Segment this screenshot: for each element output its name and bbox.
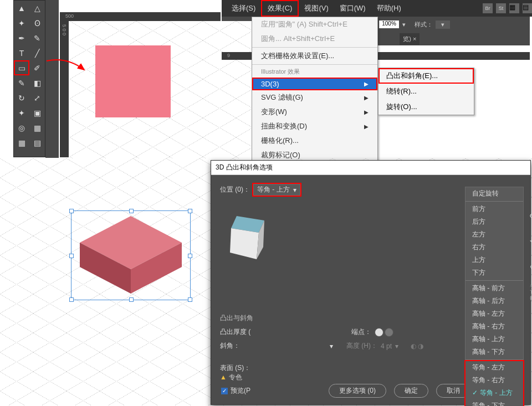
ext-icon-st[interactable]: St bbox=[496, 3, 506, 13]
preview-checkbox[interactable]: ✓预览(P bbox=[221, 386, 250, 395]
pos-off-back[interactable]: 高轴 - 后方 bbox=[466, 295, 523, 307]
tool-selection[interactable]: ▲ bbox=[14, 1, 29, 16]
tool-mesh[interactable]: ▦ bbox=[14, 135, 29, 150]
handle[interactable] bbox=[188, 297, 192, 302]
pos-iso-left[interactable]: 等角 - 左方 bbox=[466, 361, 523, 374]
position-value: 等角 - 上方 bbox=[257, 185, 290, 194]
preview-label: 预览(P bbox=[231, 386, 250, 395]
svg-marker-4 bbox=[230, 228, 259, 259]
pos-iso-bottom[interactable]: 等角 - 下方 bbox=[466, 399, 523, 406]
pos-left[interactable]: 左方 bbox=[466, 228, 523, 241]
bounding-box bbox=[71, 210, 191, 300]
tool-perspective[interactable]: ▦ bbox=[29, 120, 45, 135]
menu-select[interactable]: 选择(S) bbox=[226, 1, 261, 16]
opacity-value[interactable]: 100% bbox=[379, 20, 399, 28]
pos-iso-right[interactable]: 等角 - 右方 bbox=[466, 374, 523, 387]
ruler-tick-v: 5 0 0 bbox=[62, 24, 67, 35]
submenu-extrude-bevel[interactable]: 凸出和斜角(E)... bbox=[378, 68, 474, 84]
pos-off-front[interactable]: 高轴 - 前方 bbox=[466, 282, 523, 295]
handle[interactable] bbox=[69, 297, 74, 302]
cap-label: 端点： bbox=[351, 327, 371, 337]
submenu-rotate[interactable]: 旋转(O)... bbox=[378, 99, 474, 115]
tool-lasso[interactable]: ʘ bbox=[29, 16, 45, 30]
pos-iso-top[interactable]: ✓等角 - 上方 bbox=[466, 387, 523, 399]
menu-label: 扭曲和变换(D) bbox=[261, 121, 307, 131]
menu-view[interactable]: 视图(V) bbox=[299, 1, 334, 16]
tool-gradient[interactable]: ▤ bbox=[29, 135, 45, 150]
handle[interactable] bbox=[129, 209, 134, 213]
pos-top[interactable]: 上方 bbox=[466, 254, 523, 266]
pink-rectangle[interactable] bbox=[95, 45, 171, 117]
chevron-down-icon: ▾ bbox=[395, 342, 398, 350]
pos-bottom[interactable]: 下方 bbox=[466, 266, 523, 279]
handle[interactable] bbox=[69, 254, 74, 258]
chevron-right-icon: ▶ bbox=[364, 95, 369, 101]
tool-type[interactable]: T bbox=[14, 45, 29, 60]
tool-wand[interactable]: ✦ bbox=[14, 16, 29, 30]
style-select[interactable]: ▾ bbox=[436, 20, 450, 29]
submenu-3d: 凸出和斜角(E)... 绕转(R)... 旋转(O)... bbox=[378, 68, 474, 115]
pos-front[interactable]: 前方 bbox=[466, 203, 523, 215]
menu-3d[interactable]: 3D(3)▶ bbox=[252, 78, 377, 90]
tool-width[interactable]: ✦ bbox=[14, 105, 29, 120]
doc-tab-2[interactable]: 览) × bbox=[400, 33, 420, 45]
handle[interactable] bbox=[188, 209, 192, 213]
tool-rotate[interactable]: ↻ bbox=[14, 90, 29, 105]
menu-svg-filters[interactable]: SVG 滤镜(G)▶ bbox=[252, 90, 377, 105]
3d-preview-cube[interactable] bbox=[229, 214, 267, 261]
pos-off-top[interactable]: 高轴 - 上方 bbox=[466, 333, 523, 346]
position-label: 位置 (0)： bbox=[220, 185, 250, 194]
tool-shaper[interactable]: ✎ bbox=[14, 75, 29, 90]
ruler-horizontal: 500 bbox=[60, 12, 221, 21]
tool-scale[interactable]: ⤢ bbox=[29, 90, 45, 105]
pos-custom[interactable]: 自定旋转 bbox=[466, 187, 523, 200]
handle[interactable] bbox=[188, 254, 192, 258]
ext-icon-menu[interactable]: ▤ bbox=[523, 3, 532, 13]
menu-help[interactable]: 帮助(H) bbox=[371, 1, 407, 16]
pos-off-bottom[interactable]: 高轴 - 下方 bbox=[466, 346, 523, 358]
toolbox-flyout bbox=[45, 0, 59, 158]
cap-on-icon[interactable] bbox=[375, 328, 383, 337]
tool-eraser[interactable]: ◧ bbox=[29, 75, 45, 90]
ok-button[interactable]: 确定 bbox=[394, 384, 428, 398]
more-options-button[interactable]: 更多选项 (0) bbox=[329, 384, 386, 398]
ext-icon-br[interactable]: Br bbox=[483, 3, 493, 13]
tool-curvature[interactable]: ✎ bbox=[29, 30, 45, 45]
menu-warp[interactable]: 变形(W)▶ bbox=[252, 105, 377, 119]
cap-off-icon[interactable] bbox=[385, 328, 393, 337]
tool-shape-builder[interactable]: ◎ bbox=[14, 120, 29, 135]
result-3d-object[interactable] bbox=[71, 210, 191, 300]
submenu-revolve[interactable]: 绕转(R)... bbox=[378, 84, 474, 99]
position-select[interactable]: 等角 - 上方▾ bbox=[253, 184, 300, 196]
iso-group-highlight: 等角 - 左方 等角 - 右方 ✓等角 - 上方 等角 - 下方 bbox=[466, 361, 523, 406]
checkbox-checked-icon: ✓ bbox=[221, 388, 228, 394]
style-label: 样式： bbox=[415, 20, 433, 29]
axis-y-icon: ⟲ bbox=[530, 238, 532, 245]
axis-z-icon: ↺ bbox=[530, 263, 532, 271]
cap-toggle[interactable] bbox=[375, 328, 393, 337]
tool-paintbrush[interactable]: ✐ bbox=[29, 60, 45, 75]
pos-right[interactable]: 右方 bbox=[466, 241, 523, 254]
menu-rasterize[interactable]: 栅格化(R)... bbox=[252, 133, 377, 148]
extrude-block: 凸出与斜角 凸出厚度 ( 端点： 斜角： ▾ 高度 (H)： 4 pt ▾ bbox=[220, 314, 423, 355]
chevron-down-icon[interactable]: ▾ bbox=[402, 21, 406, 28]
pos-off-left[interactable]: 高轴 - 左方 bbox=[466, 307, 523, 320]
pos-off-right[interactable]: 高轴 - 右方 bbox=[466, 320, 523, 333]
chevron-down-icon[interactable]: ▾ bbox=[330, 342, 333, 350]
tool-line[interactable]: ╱ bbox=[29, 45, 45, 60]
handle[interactable] bbox=[129, 297, 134, 302]
menu-section-label: Illustrator 效果 bbox=[252, 66, 377, 78]
menu-effect[interactable]: 效果(C) bbox=[261, 0, 299, 17]
menu-3d-label: 3D(3) bbox=[261, 80, 279, 88]
handle[interactable] bbox=[69, 209, 74, 213]
tool-direct-selection[interactable]: △ bbox=[29, 1, 45, 16]
menu-window[interactable]: 窗口(W) bbox=[334, 1, 371, 16]
menu-distort[interactable]: 扭曲和变换(D)▶ bbox=[252, 119, 377, 133]
pos-back[interactable]: 后方 bbox=[466, 215, 523, 228]
ruler-tick: 9 bbox=[227, 53, 230, 58]
tool-pen[interactable]: ✒ bbox=[14, 30, 29, 45]
menu-doc-raster[interactable]: 文档栅格效果设置(E)... bbox=[252, 49, 377, 63]
ext-icon-grid[interactable]: ▦ bbox=[509, 3, 519, 13]
tool-rectangle[interactable]: ▭ bbox=[14, 60, 29, 75]
tool-free-transform[interactable]: ▣ bbox=[29, 105, 45, 120]
